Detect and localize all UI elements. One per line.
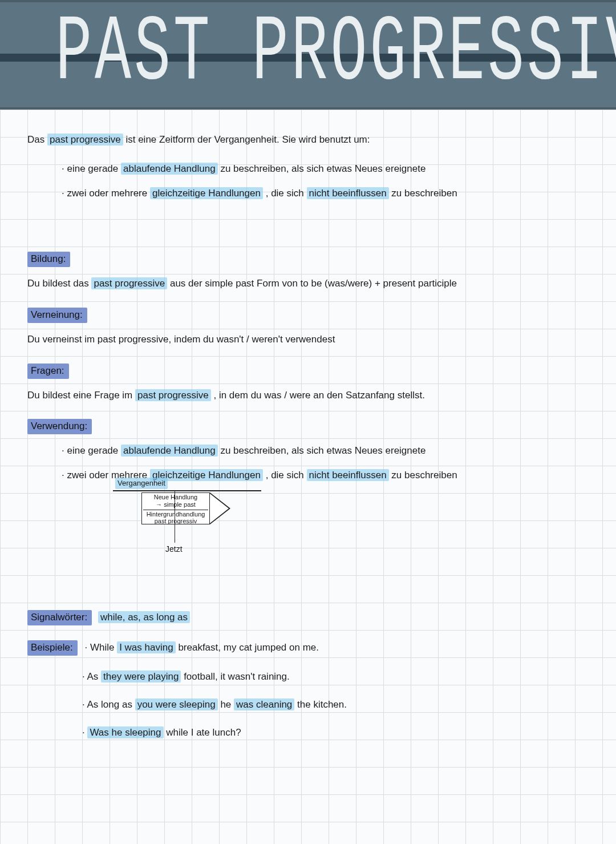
e1b: I was having bbox=[117, 641, 176, 653]
diagram-vergangenheit: Vergangenheit bbox=[115, 478, 168, 489]
intro-post: ist eine Zeitform der Vergangenheit. Sie… bbox=[125, 134, 370, 145]
box-line2: → simple past bbox=[143, 501, 208, 508]
label-fragen: Fragen: bbox=[27, 364, 69, 379]
bildung-b: aus der simple past Form von to be (was/… bbox=[170, 278, 457, 289]
fragen-a: Du bildest eine Frage im bbox=[27, 390, 135, 401]
ex4: · Was he sleeping while I ate lunch? bbox=[27, 726, 599, 740]
arrow-icon bbox=[210, 492, 230, 524]
bullet-2: · zwei oder mehrere gleichzeitige Handlu… bbox=[27, 187, 599, 200]
fragen-b: , in dem du was / were an den Satzanfang… bbox=[213, 390, 424, 401]
page-title: PAST PROGRESSIVE bbox=[55, 0, 561, 118]
box-line3: Hintergrundhandlung bbox=[143, 510, 208, 518]
vb1b: ablaufende Handlung bbox=[121, 445, 218, 457]
vb2d: nicht beeinflussen bbox=[307, 469, 389, 481]
bildung-hl: past progressive bbox=[91, 277, 167, 289]
b1b: ablaufende Handlung bbox=[121, 163, 218, 175]
bildung-a: Du bildest das bbox=[27, 278, 91, 289]
section-bildung: Bildung: Du bildest das past progressive… bbox=[27, 252, 599, 290]
verw-bullet-2: · zwei oder mehrere gleichzeitige Handlu… bbox=[27, 469, 599, 482]
fragen-hl: past progressive bbox=[135, 389, 211, 401]
e2c: football, it wasn't raining. bbox=[184, 671, 290, 682]
e3a: As long as bbox=[87, 699, 135, 710]
vb1a: eine gerade bbox=[67, 445, 121, 456]
box-line4: past progressiv bbox=[143, 518, 208, 525]
e4b: while I ate lunch? bbox=[166, 727, 241, 738]
e2b: they were playing bbox=[101, 671, 181, 683]
section-verneinung: Verneinung: Du verneinst im past progres… bbox=[27, 308, 599, 346]
intro-highlight: past progressive bbox=[47, 134, 123, 146]
note-content: Das past progressive ist eine Zeitform d… bbox=[0, 126, 616, 740]
e1c: breakfast, my cat jumped on me. bbox=[178, 642, 319, 653]
section-verwendung: Verwendung: · eine gerade ablaufende Han… bbox=[27, 419, 599, 564]
section-beispiele: Beispiele: · While I was having breakfas… bbox=[27, 640, 599, 740]
timeline-line bbox=[113, 490, 261, 491]
bullet-1: · eine gerade ablaufende Handlung zu bes… bbox=[27, 163, 599, 176]
section-signalwoerter: Signalwörter: while, as, as long as bbox=[27, 610, 599, 625]
timeline-diagram: Vergangenheit Neue Handlung → simple pas… bbox=[113, 484, 261, 564]
intro-line: Das past progressive ist eine Zeitform d… bbox=[27, 134, 599, 147]
signal-text: while, as, as long as bbox=[98, 611, 190, 623]
box-line1: Neue Handlung bbox=[143, 494, 208, 501]
b2b: gleichzeitige Handlungen bbox=[150, 187, 263, 199]
b1a: eine gerade bbox=[67, 163, 121, 174]
e2a: As bbox=[87, 671, 102, 682]
jetzt-marker bbox=[175, 490, 175, 543]
section-fragen: Fragen: Du bildest eine Frage im past pr… bbox=[27, 364, 599, 402]
ex3: · As long as you were sleeping he was cl… bbox=[27, 698, 599, 712]
vb2c: , die sich bbox=[266, 470, 307, 480]
vb1c: zu beschreiben, als sich etwas Neues ere… bbox=[220, 445, 425, 456]
e3c: he bbox=[220, 699, 234, 710]
label-bildung: Bildung: bbox=[27, 252, 70, 267]
diagram-jetzt: Jetzt bbox=[165, 544, 183, 555]
b1c: zu beschreiben, als sich etwas Neues ere… bbox=[220, 163, 425, 174]
bildung-text: Du bildest das past progressive aus der … bbox=[27, 277, 599, 290]
e3d: was cleaning bbox=[234, 698, 294, 710]
label-signal: Signalwörter: bbox=[27, 610, 92, 625]
e4a: Was he sleeping bbox=[87, 726, 163, 738]
e3e: the kitchen. bbox=[297, 699, 347, 710]
vb2e: zu beschreiben bbox=[391, 470, 457, 480]
label-verwendung: Verwendung: bbox=[27, 419, 92, 434]
header-band: PAST PROGRESSIVE bbox=[0, 0, 616, 110]
fragen-text: Du bildest eine Frage im past progressiv… bbox=[27, 389, 599, 402]
label-beispiele: Beispiele: bbox=[27, 640, 78, 656]
ex1: · While I was having breakfast, my cat j… bbox=[84, 642, 319, 653]
e3b: you were sleeping bbox=[135, 698, 218, 710]
e1a: While bbox=[90, 642, 117, 653]
b2c: , die sich bbox=[266, 188, 307, 199]
b2e: zu beschreiben bbox=[391, 188, 457, 199]
verneinung-text: Du verneinst im past progressive, indem … bbox=[27, 333, 599, 346]
intro-pre: Das bbox=[27, 134, 47, 145]
ex2: · As they were playing football, it wasn… bbox=[27, 671, 599, 684]
b2a: zwei oder mehrere bbox=[67, 188, 150, 199]
diagram-box: Neue Handlung → simple past Hintergrundh… bbox=[141, 492, 210, 524]
label-verneinung: Verneinung: bbox=[27, 308, 87, 323]
b2d: nicht beeinflussen bbox=[307, 187, 389, 199]
verw-bullet-1: · eine gerade ablaufende Handlung zu bes… bbox=[27, 445, 599, 458]
